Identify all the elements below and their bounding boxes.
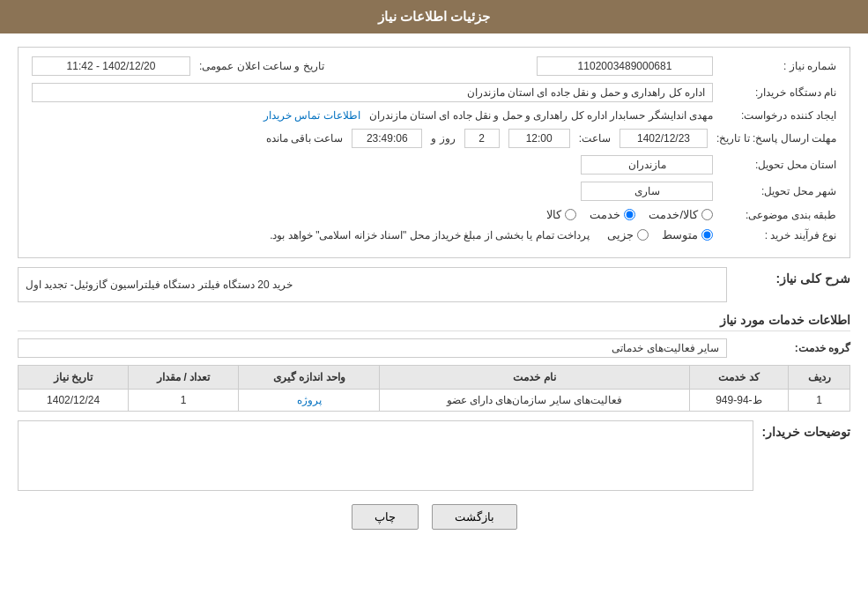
category-label-kala-khadamat: کالا/خدمت [649, 208, 698, 221]
main-info-section: شماره نیاز : 1102003489000681 تاریخ و سا… [18, 47, 850, 258]
row-province: استان محل تحویل: مازندران [32, 155, 836, 175]
process-option-motavasset: متوسط [662, 228, 713, 241]
buttons-row: بازگشت چاپ [18, 504, 850, 530]
deadline-days: 2 [464, 129, 500, 148]
need-number-label: شماره نیاز : [722, 60, 836, 72]
print-button[interactable]: چاپ [352, 504, 419, 530]
creator-link[interactable]: اطلاعات تماس خریدار [263, 109, 360, 122]
col-unit: واحد اندازه گیری [239, 366, 380, 390]
process-radio-jozii[interactable] [637, 229, 649, 241]
back-button[interactable]: بازگشت [432, 504, 517, 530]
need-description-value: خرید 20 دستگاه فیلتر دستگاه فیلتراسیون گ… [18, 267, 727, 302]
province-label: استان محل تحویل: [722, 159, 836, 171]
col-row: ردیف [789, 366, 850, 390]
province-value: مازندران [581, 155, 713, 175]
city-label: شهر محل تحویل: [722, 185, 836, 197]
group-service-row: گروه خدمت: سایر فعالیت‌های خدماتی [18, 338, 850, 358]
category-radio-khadamat[interactable] [624, 209, 635, 220]
page-wrapper: جزئیات اطلاعات نیاز شماره نیاز : 1102003… [0, 0, 868, 609]
process-radio-group: متوسط جزیی [607, 228, 713, 241]
category-label-kala: کالا [546, 208, 561, 221]
category-option-kala: کالا [546, 208, 576, 221]
deadline-time: 12:00 [508, 129, 570, 148]
buyer-desc-textarea[interactable] [18, 420, 753, 491]
col-code: کد خدمت [689, 366, 789, 390]
city-value: ساری [581, 182, 713, 201]
services-table: ردیف کد خدمت نام خدمت واحد اندازه گیری ت… [18, 365, 850, 412]
buyer-name-value: اداره کل راهداری و حمل و نقل جاده ای است… [32, 83, 713, 102]
page-title: جزئیات اطلاعات نیاز [378, 9, 490, 24]
deadline-days-label: روز و [431, 132, 455, 145]
table-row: 1ط-94-949فعالیت‌های سایر سازمان‌های دارا… [19, 390, 850, 412]
category-radio-kala-khadamat[interactable] [701, 209, 713, 220]
col-name: نام خدمت [380, 366, 689, 390]
group-value: سایر فعالیت‌های خدماتی [18, 338, 727, 358]
group-label: گروه خدمت: [736, 342, 850, 354]
row-buyer-name: نام دستگاه خریدار: اداره کل راهداری و حم… [32, 83, 836, 102]
category-option-khadamat: خدمت [590, 208, 635, 221]
deadline-time-label: ساعت: [579, 132, 611, 145]
category-label-khadamat: خدمت [590, 208, 620, 221]
need-description-section: شرح کلی نیاز: خرید 20 دستگاه فیلتر دستگا… [18, 267, 850, 302]
col-date: تاریخ نیاز [19, 366, 129, 390]
announce-datetime-label: تاریخ و ساعت اعلان عمومی: [199, 60, 324, 72]
row-deadline: مهلت ارسال پاسخ: تا تاریخ: 1402/12/23 سا… [32, 129, 836, 148]
announce-datetime-value: 1402/12/20 - 11:42 [32, 56, 190, 76]
need-section-title: شرح کلی نیاز: [736, 267, 850, 286]
creator-label: ایجاد کننده درخواست: [722, 109, 836, 122]
row-creator: ایجاد کننده درخواست: مهدی اندایشگر حسابد… [32, 109, 836, 122]
process-option-jozii: جزیی [607, 228, 649, 241]
buyer-desc-section: توضیحات خریدار: [18, 420, 850, 491]
process-note: پرداخت تمام یا بخشی از مبلغ خریداز محل "… [270, 229, 590, 241]
category-label: طبقه بندی موضوعی: [722, 209, 836, 221]
services-section-title: اطلاعات خدمات مورد نیاز [18, 313, 850, 331]
deadline-remaining: 23:49:06 [352, 129, 422, 148]
category-option-kala-khadamat: کالا/خدمت [649, 208, 713, 221]
process-label-jozii: جزیی [607, 228, 634, 241]
deadline-date: 1402/12/23 [619, 129, 708, 148]
row-city: شهر محل تحویل: ساری [32, 182, 836, 201]
category-radio-kala[interactable] [565, 209, 576, 220]
process-radio-motavasset[interactable] [701, 229, 713, 241]
row-number-announce: شماره نیاز : 1102003489000681 تاریخ و سا… [32, 56, 836, 76]
process-label: نوع فرآیند خرید : [722, 229, 836, 241]
buyer-name-label: نام دستگاه خریدار: [722, 86, 836, 99]
creator-value: مهدی اندایشگر حسابدار اداره کل راهداری و… [369, 109, 713, 122]
col-quantity: تعداد / مقدار [129, 366, 239, 390]
category-radio-group: کالا/خدمت خدمت کالا [546, 208, 713, 221]
deadline-remaining-label: ساعت باقی مانده [266, 132, 344, 145]
services-table-container: ردیف کد خدمت نام خدمت واحد اندازه گیری ت… [18, 365, 850, 412]
need-number-value: 1102003489000681 [537, 56, 713, 76]
buyer-desc-label: توضیحات خریدار: [762, 420, 850, 439]
content-area: شماره نیاز : 1102003489000681 تاریخ و سا… [0, 33, 868, 556]
row-process: نوع فرآیند خرید : متوسط جزیی پرداخت تمام… [32, 228, 836, 241]
row-category: طبقه بندی موضوعی: کالا/خدمت خدمت کالا [32, 208, 836, 221]
process-label-motavasset: متوسط [662, 228, 698, 241]
page-header: جزئیات اطلاعات نیاز [0, 0, 868, 33]
deadline-label: مهلت ارسال پاسخ: تا تاریخ: [716, 132, 836, 145]
